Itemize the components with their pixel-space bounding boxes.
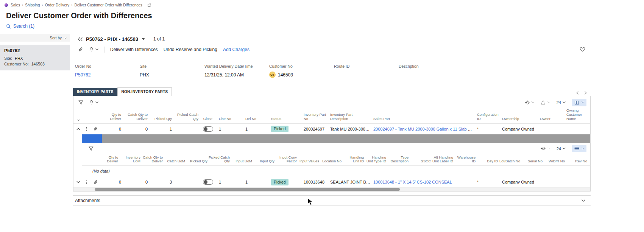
qty-to-deliver-cell[interactable]: 0 [101, 127, 123, 131]
subtable-column-header-5[interactable]: Picked Catch Qty [209, 156, 231, 163]
subtable-column-header-20[interactable]: W/D/R No [544, 159, 566, 163]
parts-tabs: INVENTORY PARTS NON-INVENTORY PARTS [73, 87, 591, 96]
collapse-row-icon[interactable] [74, 128, 83, 130]
subtable-column-header-21[interactable]: Rev No [566, 159, 588, 163]
sales-part-link[interactable]: 100013648 - 1" X 14.5' CS-102 CONSEAL [373, 180, 452, 184]
close-toggle[interactable] [203, 126, 213, 132]
expanded-row-selected-tab[interactable] [82, 134, 102, 143]
deliver-with-differences-button[interactable]: Deliver with Differences [110, 47, 158, 52]
column-header-owner[interactable]: Owner [537, 117, 563, 121]
column-header-configuration-id[interactable]: Configuration ID [474, 113, 499, 121]
undo-reserve-and-picking-button[interactable]: Undo Reserve and Picking [164, 47, 217, 52]
column-header-ownership[interactable]: Ownership [499, 117, 537, 121]
subtable-column-header-9[interactable]: Input Values [298, 159, 320, 163]
record-selector[interactable]: P50762 - PHX - 146503 [86, 36, 138, 42]
catch-qty-to-deliver-cell[interactable]: 0 [123, 127, 149, 131]
attachments-section-header[interactable]: Attachments [73, 195, 591, 206]
search-button[interactable]: Search (1) [6, 23, 34, 29]
column-header-inventory-part-no[interactable]: Inventory Part No [301, 113, 327, 121]
catch-qty-to-deliver-cell[interactable]: 0 [123, 180, 149, 184]
subtable-column-header-13[interactable]: Type Description [387, 156, 410, 163]
external-link-icon[interactable] [147, 3, 151, 7]
column-header-picked-qty[interactable]: Picked Qty [149, 117, 173, 121]
column-header-catch-qty-to-deliver[interactable]: Catch Qty to Deliver [123, 113, 149, 121]
field-label: Route ID [334, 64, 399, 69]
column-header-close[interactable]: Close [200, 117, 216, 121]
subtable-view-toggle-button[interactable] [572, 145, 586, 152]
attachments-expand-chevron-icon[interactable] [582, 199, 585, 202]
column-header-owning-customer-name[interactable]: Owning Customer Name [563, 109, 588, 121]
record-list-item[interactable]: P50762 Site:PHX Customer No:146503 [0, 45, 70, 70]
table-export-dropdown[interactable] [541, 100, 550, 105]
column-header-sales-part[interactable]: Sales Part [370, 117, 474, 121]
table-notifications-dropdown[interactable] [89, 100, 98, 105]
subtable-column-header-18[interactable]: Lot/Batch No [499, 159, 521, 163]
subtable-column-header-6[interactable]: Input UoM [231, 159, 253, 163]
sort-by-dropdown[interactable]: Sort by [0, 34, 70, 42]
subtable-column-header-1[interactable]: Inventory UoM [119, 156, 142, 163]
filter-funnel-icon[interactable] [89, 146, 94, 151]
tab-non-inventory-parts[interactable]: NON-INVENTORY PARTS [117, 87, 172, 96]
row-more-options-icon[interactable] [83, 180, 90, 185]
page-size-dropdown[interactable]: 24 [557, 100, 566, 105]
favorite-heart-icon[interactable] [580, 47, 585, 52]
subtable-page-size-dropdown[interactable]: 24 [557, 146, 566, 151]
row-attachment-icon[interactable] [90, 126, 101, 131]
qty-to-deliver-cell[interactable]: 0 [101, 180, 123, 184]
back-double-chevron-icon[interactable] [78, 37, 83, 41]
row-attachment-icon[interactable] [90, 180, 101, 185]
subtable-column-header-19[interactable]: Serial No [521, 159, 544, 163]
breadcrumb-item-2[interactable]: Order Delivery [45, 3, 75, 7]
record-customer-label: Customer No: [4, 62, 29, 66]
expand-row-icon[interactable] [74, 181, 83, 183]
column-header-line-no[interactable]: Line No [216, 117, 242, 121]
table-toolbar: 24 [73, 96, 590, 109]
horizontal-scrollbar[interactable] [73, 188, 590, 191]
subtable-column-header-10[interactable]: Location No [320, 159, 343, 163]
column-header-inventory-part-description[interactable]: Inventory Part Description [327, 113, 370, 121]
breadcrumb-item-3[interactable]: Deliver Customer Order with Differences [74, 3, 142, 7]
subtable-column-header-8[interactable]: Input Conv Factor [276, 156, 298, 163]
app-logo-dot-icon[interactable] [5, 3, 8, 7]
subtable-column-header-2[interactable]: Catch Qty to Deliver [142, 156, 164, 163]
chevron-down-icon [95, 101, 98, 103]
attachment-icon[interactable] [78, 47, 83, 52]
subtable-column-header-17[interactable]: Bay ID [477, 159, 499, 163]
select-all-dropdown[interactable] [74, 119, 83, 121]
filter-funnel-icon[interactable] [78, 100, 83, 105]
record-site-line: Site:PHX [4, 56, 66, 61]
close-toggle[interactable] [203, 179, 213, 185]
subtable-column-header-12[interactable]: Handling Unit Type ID [365, 156, 387, 163]
line-no-cell: 1 [216, 127, 242, 131]
subtable-column-header-0[interactable]: Qty to Deliver [97, 156, 119, 163]
order-no-link[interactable]: P50762 [75, 72, 90, 78]
column-header-picked-catch-qty[interactable]: Picked Catch Qty [173, 113, 200, 121]
horizontal-scrollbar-thumb[interactable] [95, 188, 400, 191]
tab-inventory-parts[interactable]: INVENTORY PARTS [73, 88, 117, 96]
column-header-del-no[interactable]: Del No [242, 117, 268, 121]
row-more-options-icon[interactable] [83, 126, 90, 131]
tab-scroll-left-icon[interactable] [576, 91, 579, 95]
subtable-column-header-11[interactable]: Handling Unit ID [343, 156, 365, 163]
table-row[interactable]: 0 0 1 1 1 Picked 200024697 Tank MU 2000-… [73, 124, 590, 134]
table-settings-dropdown[interactable] [525, 100, 534, 105]
tab-scroll-right-icon[interactable] [585, 91, 587, 95]
selector-caret-icon[interactable] [142, 38, 145, 40]
subtable-column-header-15[interactable]: Alt Handling Unit Label ID [432, 156, 454, 163]
breadcrumb-item-1[interactable]: Shipping [25, 3, 45, 7]
column-header-qty-to-deliver[interactable]: Qty to Deliver [101, 113, 123, 121]
notifications-dropdown[interactable] [89, 47, 98, 52]
table-row[interactable]: 0 0 3 1 1 Picked 100013648 SEALANT JOINT… [73, 177, 590, 188]
view-toggle-button[interactable] [572, 99, 586, 106]
subtable-column-header-7[interactable]: Input Qty [253, 159, 276, 163]
sales-part-link[interactable]: 200024697 - Tank MU 2000-3000 Gallon x 1… [373, 127, 474, 131]
add-charges-button[interactable]: Add Charges [223, 47, 249, 52]
subtable-settings-dropdown[interactable] [541, 146, 550, 151]
field-wanted-delivery: Wanted Delivery Date/Time 12/31/25, 12:0… [204, 64, 269, 85]
breadcrumb-item-0[interactable]: Sales [11, 3, 25, 7]
subtable-column-header-14[interactable]: SSCC [410, 159, 432, 163]
subtable-column-header-3[interactable]: Catch UoM [164, 159, 186, 163]
subtable-column-header-16[interactable]: Warehouse ID [454, 156, 477, 163]
subtable-column-header-4[interactable]: Picked Qty [186, 159, 209, 163]
column-header-status[interactable]: Status [268, 117, 301, 121]
